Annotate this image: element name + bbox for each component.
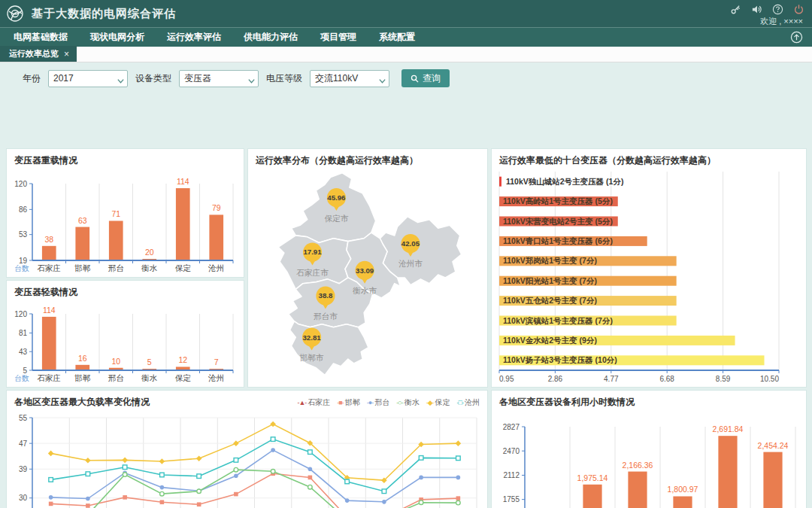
svg-text:79: 79 — [212, 203, 221, 212]
year-select-wrap: 2017 — [48, 70, 128, 87]
svg-text:石家庄: 石家庄 — [38, 373, 62, 382]
nav-item-system-config[interactable]: 系统配置 — [379, 31, 415, 44]
svg-text:邯郸: 邯郸 — [74, 263, 91, 272]
close-icon[interactable]: × — [64, 50, 69, 59]
svg-text:110kV宋营变电站2号主变 (5分): 110kV宋营变电站2号主变 (5分) — [503, 217, 613, 226]
nav-item-current-grid-analysis[interactable]: 现状电网分析 — [90, 31, 144, 44]
svg-text:衡水: 衡水 — [141, 373, 158, 382]
svg-text:邢台市: 邢台市 — [314, 312, 338, 321]
svg-text:2,454.24: 2,454.24 — [758, 441, 789, 450]
nav-item-grid-base-data[interactable]: 电网基础数据 — [14, 31, 68, 44]
tab-strip: 运行效率总览 × — [0, 47, 812, 62]
query-button[interactable]: 查询 — [401, 69, 450, 87]
svg-text:110kV高岭站1号主变压器 (5分): 110kV高岭站1号主变压器 (5分) — [503, 196, 613, 205]
svg-text:10: 10 — [111, 357, 120, 366]
svg-text:53: 53 — [19, 230, 28, 239]
panel-title: 运行效率分布（分数越高运行效率越高） — [248, 149, 487, 169]
device-type-select[interactable]: 变压器 — [179, 70, 259, 87]
nav-item-operation-efficiency[interactable]: 运行效率评估 — [167, 31, 221, 44]
panel-utilization-hours: 各地区变压器设备利用小时数情况 104113981755211224702827… — [491, 390, 807, 508]
svg-text:42.05: 42.05 — [401, 239, 420, 248]
chart-legend: -▲-石家庄-■-邯郸-●-邢台-○-衡水-◆-保定-□-沧州 — [297, 397, 480, 408]
svg-text:110kV滨镇站1号主变压器 (7分): 110kV滨镇站1号主变压器 (7分) — [503, 316, 613, 325]
legend-item-3[interactable]: -○-衡水 — [396, 397, 419, 408]
key-icon[interactable] — [730, 4, 741, 15]
device-type-label: 设备类型 — [135, 72, 171, 85]
svg-text:39: 39 — [19, 465, 28, 473]
legend-item-4[interactable]: -◆-保定 — [426, 397, 450, 408]
svg-text:1,800.97: 1,800.97 — [668, 485, 698, 494]
svg-text:沧州: 沧州 — [208, 263, 224, 272]
svg-text:衡水: 衡水 — [141, 263, 158, 272]
header-right: 欢迎 , ×××× — [730, 1, 804, 27]
svg-text:55: 55 — [19, 414, 28, 422]
panel-title: 变压器轻载情况 — [7, 281, 244, 300]
svg-text:沧州: 沧州 — [208, 373, 224, 382]
svg-text:台数: 台数 — [14, 264, 29, 272]
svg-text:石家庄市: 石家庄市 — [296, 268, 329, 277]
svg-text:110kV扬子站3号主变压器 (10分): 110kV扬子站3号主变压器 (10分) — [503, 355, 617, 364]
svg-text:7: 7 — [214, 357, 219, 367]
voltage-level-label: 电压等级 — [266, 72, 302, 85]
svg-text:沧州市: 沧州市 — [398, 259, 423, 268]
svg-text:32.81: 32.81 — [302, 333, 321, 342]
svg-text:47: 47 — [19, 440, 28, 448]
brand: 基于大数据的电网综合评估 — [6, 5, 176, 23]
welcome-text: 欢迎 , ×××× — [760, 16, 804, 27]
svg-text:石家庄: 石家庄 — [38, 263, 62, 272]
app-logo-icon — [6, 5, 24, 23]
utilization-hours-bar-chart: 1041139817552112247028271,096.66石家庄1,975… — [492, 410, 806, 508]
speaker-icon[interactable] — [751, 4, 762, 15]
svg-text:6.68: 6.68 — [659, 375, 674, 383]
arrow-up-circle-icon[interactable] — [790, 31, 803, 44]
svg-text:4.77: 4.77 — [604, 375, 619, 383]
worst-transformers-hbar-chart: 110kV独山城站2号主变压器 (1分)110kV高岭站1号主变压器 (5分)1… — [492, 169, 806, 388]
svg-text:20: 20 — [145, 248, 154, 257]
legend-item-2[interactable]: -●-邢台 — [367, 397, 389, 408]
panel-light-load: 变压器轻载情况 54381120114石家庄16邯郸10邢台5衡水12保定7沧州… — [6, 280, 244, 388]
svg-text:33.09: 33.09 — [356, 266, 374, 275]
svg-text:114: 114 — [177, 177, 189, 186]
search-icon — [411, 75, 419, 83]
svg-text:19: 19 — [19, 257, 28, 265]
svg-text:邢台: 邢台 — [108, 373, 124, 382]
panel-heavy-load: 变压器重载情况 19538612038石家庄63邯郸71邢台20衡水114保定7… — [6, 148, 244, 278]
svg-text:17.91: 17.91 — [303, 248, 322, 256]
svg-text:2827: 2827 — [503, 423, 520, 431]
svg-text:43: 43 — [19, 348, 28, 356]
legend-item-0[interactable]: -▲-石家庄 — [297, 397, 330, 408]
app-header: 基于大数据的电网综合评估 — [0, 0, 812, 27]
panel-worst-transformers: 运行效率最低的十台变压器（分数越高运行效率越高） 110kV独山城站2号主变压器… — [491, 148, 807, 388]
svg-text:110kV郑岗站1号主变 (7分): 110kV郑岗站1号主变 (7分) — [503, 256, 597, 265]
nav-item-supply-capacity[interactable]: 供电能力评估 — [244, 31, 298, 44]
power-icon[interactable] — [793, 4, 804, 15]
voltage-level-select[interactable]: 交流110kV — [310, 70, 389, 87]
svg-text:邯郸: 邯郸 — [74, 373, 91, 382]
legend-item-5[interactable]: -□-沧州 — [457, 397, 480, 408]
panel-title: 运行效率最低的十台变压器（分数越高运行效率越高） — [492, 149, 806, 169]
panel-efficiency-map: 运行效率分布（分数越高运行效率越高） 45.96保定市42.05沧州市17.91… — [247, 148, 488, 388]
year-select[interactable]: 2017 — [48, 70, 128, 87]
heavy-load-bar-chart: 19538612038石家庄63邯郸71邢台20衡水114保定79沧州台数 — [7, 169, 244, 278]
svg-text:5: 5 — [147, 357, 152, 367]
help-icon[interactable] — [772, 4, 783, 15]
tab-operation-efficiency-overview[interactable]: 运行效率总览 × — [0, 46, 77, 62]
svg-text:38.8: 38.8 — [319, 291, 333, 300]
nav-item-project-management[interactable]: 项目管理 — [320, 31, 356, 44]
svg-text:12: 12 — [178, 355, 187, 364]
page-title: 基于大数据的电网综合评估 — [32, 7, 176, 21]
efficiency-distribution-map: 45.96保定市42.05沧州市17.91石家庄市33.09衡水市38.8邢台市… — [248, 169, 487, 387]
svg-text:保定市: 保定市 — [325, 214, 349, 223]
svg-text:71: 71 — [111, 209, 120, 218]
svg-text:1755: 1755 — [503, 495, 520, 503]
panel-title: 变压器重载情况 — [7, 149, 244, 169]
svg-text:邯郸市: 邯郸市 — [299, 353, 324, 362]
svg-text:2.86: 2.86 — [548, 375, 563, 383]
svg-text:2,691.84: 2,691.84 — [713, 424, 744, 433]
panel-title: 各地区变压器最大负载率变化情况 — [14, 396, 150, 409]
svg-text:5: 5 — [23, 367, 27, 375]
svg-text:2,166.36: 2,166.36 — [623, 461, 653, 470]
svg-text:45.96: 45.96 — [327, 193, 346, 202]
svg-text:台数: 台数 — [14, 374, 29, 382]
legend-item-1[interactable]: -■-邯郸 — [337, 397, 359, 408]
